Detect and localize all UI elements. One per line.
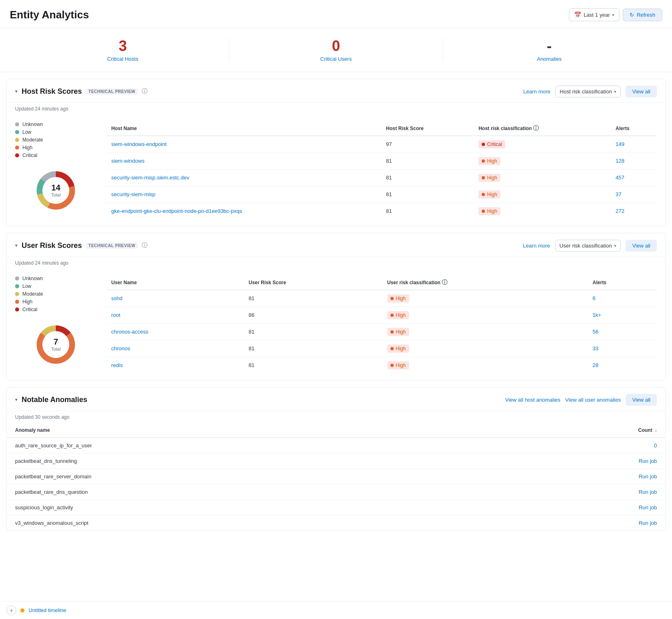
user-score-cell: 86 [244, 307, 382, 323]
alerts-link[interactable]: 33 [593, 345, 598, 352]
badge-dot [390, 314, 394, 317]
anomalies-view-all-button[interactable]: View all [626, 394, 657, 406]
view-all-user-anomalies-link[interactable]: View all user anomalies [565, 397, 621, 403]
host-name-link[interactable]: gke-endpoint-gke-clu-endpoint-node-po-d1… [111, 208, 242, 214]
anomalies-label[interactable]: Anomalies [443, 56, 656, 62]
run-job-link[interactable]: Run job [639, 458, 657, 464]
timeline-label[interactable]: Untitled timeline [29, 607, 66, 613]
user-classification-cell: High [382, 323, 588, 340]
host-legend: Unknown Low Moderate High [15, 122, 43, 158]
list-item: packetbeat_dns_tunneling Run job [7, 453, 665, 469]
anomaly-col-name: Anomaly name [7, 423, 485, 438]
host-alerts-cell: 128 [611, 153, 657, 169]
alerts-link[interactable]: 37 [616, 191, 621, 197]
col-info-icon[interactable]: ⓘ [533, 125, 539, 131]
host-name-link[interactable]: siem-windows [111, 158, 145, 164]
user-legend: Unknown Low Moderate High [15, 276, 43, 312]
host-name-cell: security-siem-misp [106, 186, 381, 203]
legend-label-high: High [22, 299, 33, 305]
run-job-link[interactable]: Run job [639, 473, 657, 480]
legend-item-critical: Critical [15, 153, 43, 158]
run-job-link[interactable]: Run job [639, 504, 657, 511]
host-score-cell: 81 [381, 169, 474, 186]
alerts-link[interactable]: 457 [616, 175, 625, 181]
user-name-link[interactable]: root [111, 312, 120, 318]
collapse-icon[interactable]: ▾ [15, 397, 18, 402]
collapse-icon[interactable]: ▾ [15, 88, 18, 94]
anomaly-name-cell: v3_windows_anomalous_script [7, 515, 485, 531]
refresh-button[interactable]: ↻ Refresh [623, 9, 662, 21]
badge-dot [482, 143, 485, 146]
info-icon[interactable]: ⓘ [142, 242, 148, 249]
alerts-link[interactable]: 272 [616, 208, 625, 214]
anomalies-summary: - Anomalies [443, 38, 656, 62]
user-name-link[interactable]: chronos [111, 345, 130, 352]
critical-users-summary: 0 Critical Users [229, 38, 442, 62]
table-row: chronos-access 81 High 56 [106, 323, 657, 340]
host-name-cell: siem-windows [106, 153, 381, 169]
run-job-link[interactable]: Run job [639, 520, 657, 526]
user-alerts-cell: 28 [588, 357, 657, 374]
host-score-cell: 81 [381, 153, 474, 169]
alerts-link[interactable]: 6 [593, 295, 595, 301]
critical-hosts-label[interactable]: Critical Hosts [16, 56, 229, 62]
critical-users-label[interactable]: Critical Users [229, 56, 442, 62]
alerts-link[interactable]: 1k+ [593, 312, 601, 318]
host-alerts-cell: 37 [611, 186, 657, 203]
host-name-link[interactable]: security-siem-misp [111, 191, 155, 197]
col-info-icon[interactable]: ⓘ [442, 279, 447, 285]
learn-more-link[interactable]: Learn more [523, 88, 550, 95]
user-donut-area: Unknown Low Moderate High [15, 276, 97, 374]
host-score-cell: 97 [381, 136, 474, 153]
info-icon[interactable]: ⓘ [142, 88, 148, 95]
legend-label-low: Low [22, 283, 31, 289]
user-classification-cell: High [382, 290, 588, 307]
alerts-link[interactable]: 149 [616, 141, 625, 147]
alerts-link[interactable]: 56 [593, 329, 598, 335]
alerts-link[interactable]: 128 [616, 158, 625, 164]
badge-dot [390, 347, 394, 350]
host-col-alerts: Alerts [611, 122, 657, 136]
anomalies-updated-text: Updated 30 seconds ago [7, 411, 665, 423]
legend-label-low: Low [22, 129, 31, 135]
user-name-link[interactable]: chronos-access [111, 329, 148, 335]
add-timeline-button[interactable]: + [7, 606, 16, 615]
legend-dot-moderate [15, 292, 19, 296]
refresh-icon: ↻ [630, 12, 634, 18]
date-picker-button[interactable]: 📅 Last 1 year ▾ [569, 8, 619, 21]
user-learn-more-link[interactable]: Learn more [523, 243, 550, 249]
user-classification-cell: High [382, 340, 588, 357]
badge-dot [482, 159, 485, 163]
legend-label-critical: Critical [22, 153, 37, 158]
critical-users-value: 0 [229, 38, 442, 54]
host-classification-dropdown[interactable]: Host risk classification ▾ [555, 86, 621, 97]
anomaly-name-cell: packetbeat_rare_dns_question [7, 484, 485, 500]
alerts-link[interactable]: 28 [593, 362, 598, 368]
view-all-host-anomalies-link[interactable]: View all host anomalies [505, 397, 560, 403]
legend-dot-critical [15, 153, 19, 157]
classification-badge: High [387, 311, 409, 319]
run-job-link[interactable]: Run job [639, 489, 657, 495]
list-item: packetbeat_rare_dns_question Run job [7, 484, 665, 500]
user-view-all-button[interactable]: View all [626, 240, 657, 252]
bottom-bar: + Untitled timeline [0, 601, 672, 619]
list-item: packetbeat_rare_server_domain Run job [7, 469, 665, 484]
legend-label-critical: Critical [22, 307, 37, 312]
host-col-classification: Host risk classification ⓘ [474, 122, 610, 136]
user-name-cell: chronos [106, 340, 244, 357]
user-name-link[interactable]: sshd [111, 295, 122, 301]
date-range-label: Last 1 year [584, 12, 610, 18]
user-classification-dropdown[interactable]: User risk classification ▾ [555, 240, 621, 252]
user-risk-scores-title: User Risk Scores [22, 241, 82, 250]
section-header-left: ▾ Notable Anomalies [15, 396, 87, 404]
user-score-cell: 81 [244, 323, 382, 340]
host-name-link[interactable]: security-siem-misp.siem.estc.dev [111, 175, 189, 181]
anomaly-count-cell: Run job [485, 469, 665, 484]
host-name-link[interactable]: siem-windows-endpoint [111, 141, 167, 147]
legend-item-low: Low [15, 129, 43, 135]
user-name-link[interactable]: redis [111, 362, 123, 368]
host-view-all-button[interactable]: View all [626, 86, 657, 97]
legend-dot-high [15, 146, 19, 150]
collapse-icon[interactable]: ▾ [15, 243, 18, 248]
critical-hosts-summary: 3 Critical Hosts [16, 38, 229, 62]
